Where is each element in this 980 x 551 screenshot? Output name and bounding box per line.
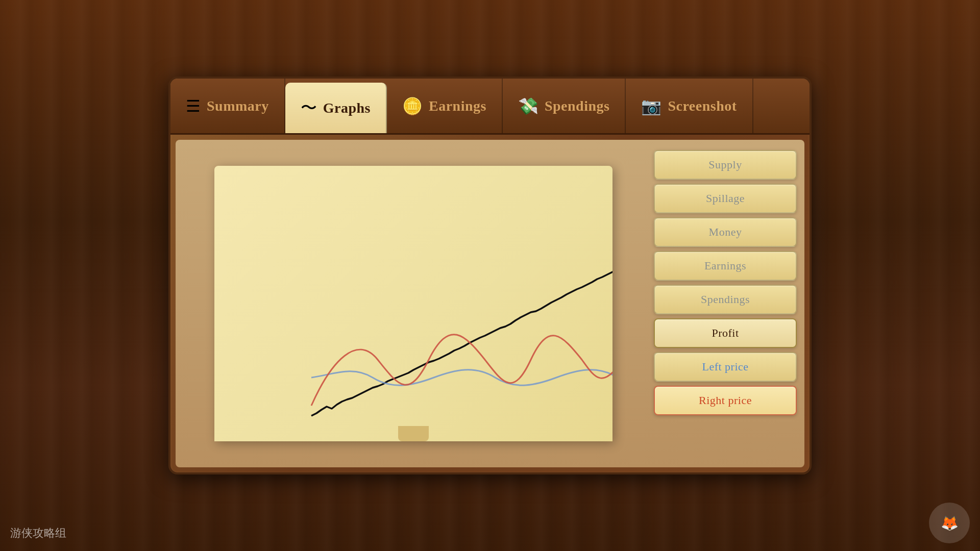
tab-graphs-label: Graphs: [323, 100, 371, 116]
tab-graphs[interactable]: 〜 Graphs: [285, 83, 387, 133]
chart-section: [176, 140, 651, 467]
watermark-text: 游侠攻略组: [10, 525, 66, 541]
right-price-button[interactable]: Right price: [654, 386, 797, 415]
spendings-button[interactable]: Spendings: [654, 285, 797, 314]
app-background: ☰ Summary 〜 Graphs 🪙 Earnings 💸 Spending…: [0, 0, 980, 551]
tab-bar: ☰ Summary 〜 Graphs 🪙 Earnings 💸 Spending…: [170, 79, 810, 135]
tab-earnings[interactable]: 🪙 Earnings: [387, 79, 503, 133]
money-button[interactable]: Money: [654, 217, 797, 247]
screenshot-icon: 📷: [641, 96, 662, 116]
tab-earnings-label: Earnings: [429, 98, 486, 114]
left-price-button[interactable]: Left price: [654, 352, 797, 382]
svg-rect-0: [214, 166, 612, 441]
earnings-icon: 🪙: [402, 96, 423, 116]
chart-paper: [214, 166, 612, 441]
tab-spendings-label: Spendings: [545, 98, 609, 114]
earnings-button[interactable]: Earnings: [654, 251, 797, 281]
tab-screenshot[interactable]: 📷 Screenshot: [626, 79, 753, 133]
watermark-logo: 🦊: [929, 503, 970, 543]
profit-button[interactable]: Profit: [654, 318, 797, 348]
spendings-icon: 💸: [518, 96, 538, 116]
tab-summary[interactable]: ☰ Summary: [170, 79, 285, 133]
tab-screenshot-label: Screenshot: [668, 98, 737, 114]
content-area: Supply Spillage Money Earnings Spendings…: [176, 140, 804, 467]
spillage-button[interactable]: Spillage: [654, 184, 797, 213]
tab-summary-label: Summary: [207, 98, 269, 114]
tab-spendings[interactable]: 💸 Spendings: [503, 79, 626, 133]
chart-svg: [214, 166, 612, 441]
summary-icon: ☰: [186, 96, 201, 116]
supply-button[interactable]: Supply: [654, 150, 797, 180]
sidebar: Supply Spillage Money Earnings Spendings…: [651, 140, 804, 467]
graphs-icon: 〜: [301, 97, 317, 119]
main-panel: ☰ Summary 〜 Graphs 🪙 Earnings 💸 Spending…: [168, 77, 812, 474]
